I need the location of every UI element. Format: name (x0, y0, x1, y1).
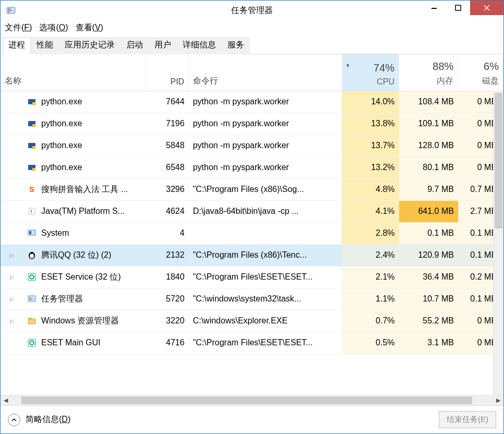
cell-name: python.exe (1, 113, 146, 135)
cell-mem: 0.1 MB (399, 222, 458, 244)
cell-mem: 3.1 MB (399, 332, 458, 354)
cell-cmd: "C:\windows\system32\task... (189, 288, 342, 310)
app-icon (6, 5, 16, 16)
svg-rect-4 (431, 8, 437, 9)
sort-desc-icon: ▾ (346, 62, 350, 69)
tabs: 进程 性能 应用历史记录 启动 用户 详细信息 服务 (1, 37, 503, 54)
svg-rect-1 (8, 8, 10, 9)
tab-details[interactable]: 详细信息 (177, 37, 222, 54)
cell-name: ▷Windows 资源管理器 (1, 310, 146, 332)
cell-cmd: python -m pyspark.worker (189, 91, 342, 113)
svg-point-21 (30, 254, 31, 255)
cell-mem: 36.4 MB (399, 266, 458, 288)
cell-cmd (189, 222, 342, 244)
process-table-wrap: 名称 PID 命令行 ▾ 74% CPU 88% 内存 6% 磁盘 (1, 54, 503, 405)
tab-users[interactable]: 用户 (149, 37, 177, 54)
process-icon (27, 97, 37, 107)
cell-name: System (1, 222, 146, 244)
tab-app-history[interactable]: 应用历史记录 (59, 37, 121, 54)
cell-pid: 6548 (146, 156, 188, 178)
cell-mem: 10.7 MB (399, 288, 458, 310)
cell-mem: 128.0 MB (399, 135, 458, 156)
cell-pid: 4 (146, 222, 188, 244)
svg-rect-25 (28, 296, 35, 302)
end-task-button[interactable]: 结束任务(E) (439, 411, 496, 428)
scrollbar-thumb[interactable] (495, 93, 502, 228)
col-header-name[interactable]: 名称 (1, 54, 146, 91)
table-row[interactable]: Java(TM) Platform S...4624D:\java8-64bit… (1, 200, 503, 222)
close-button[interactable] (470, 1, 503, 15)
expand-icon[interactable]: ▷ (10, 274, 14, 280)
col-header-pid[interactable]: PID (146, 54, 188, 91)
process-icon (27, 337, 37, 348)
table-row[interactable]: ▷ESET Service (32 位)1840"C:\Program File… (1, 266, 503, 288)
process-icon (27, 250, 37, 260)
cell-mem: 109.1 MB (399, 113, 458, 135)
cell-name: ▷腾讯QQ (32 位) (2) (1, 244, 146, 266)
table-row[interactable]: ▷任务管理器5720"C:\windows\system32\task...1.… (1, 288, 503, 310)
col-header-mem[interactable]: 88% 内存 (399, 54, 458, 91)
tab-processes[interactable]: 进程 (3, 37, 31, 54)
process-name: ESET Service (32 位) (41, 272, 121, 283)
tab-performance[interactable]: 性能 (31, 37, 59, 54)
menu-view[interactable]: 查看(V) (76, 22, 103, 33)
table-row[interactable]: python.exe6548python -m pyspark.worker13… (1, 156, 503, 178)
svg-rect-5 (455, 5, 461, 10)
process-icon (27, 316, 37, 326)
table-row[interactable]: python.exe7644python -m pyspark.worker14… (1, 91, 503, 113)
minimize-button[interactable] (422, 1, 446, 15)
process-name: 腾讯QQ (32 位) (2) (41, 250, 111, 261)
maximize-button[interactable] (446, 1, 470, 15)
cell-pid: 5720 (146, 288, 188, 310)
cell-name: Java(TM) Platform S... (1, 200, 146, 222)
table-row[interactable]: S搜狗拼音输入法 工具 ...3296"C:\Program Files (x8… (1, 178, 503, 200)
process-icon (27, 118, 37, 129)
vertical-scrollbar[interactable] (493, 92, 503, 395)
collapse-icon[interactable] (8, 414, 20, 426)
expand-icon[interactable]: ▷ (10, 252, 14, 258)
cell-cmd: "C:\Program Files\ESET\ESET... (189, 266, 342, 288)
table-row[interactable]: python.exe5848python -m pyspark.worker13… (1, 135, 503, 156)
table-row[interactable]: ▷Windows 资源管理器3220C:\windows\Explorer.EX… (1, 310, 503, 332)
table-row[interactable]: ESET Main GUI4716"C:\Program Files\ESET\… (1, 332, 503, 354)
table-row[interactable]: System42.8%0.1 MB0.1 MB/ (1, 222, 503, 244)
menu-options[interactable]: 选项(O) (39, 22, 68, 33)
svg-rect-2 (8, 10, 12, 11)
process-name: python.exe (41, 119, 82, 128)
menu-file[interactable]: 文件(F) (5, 22, 32, 33)
cell-cpu: 13.8% (342, 113, 399, 135)
cell-pid: 3220 (146, 310, 188, 332)
cell-pid: 4716 (146, 332, 188, 354)
svg-rect-3 (8, 11, 9, 13)
cell-cmd: D:\java8-64bit\bin\java -cp ... (189, 200, 342, 222)
scroll-left-icon[interactable]: ◀ (1, 395, 11, 406)
tab-startup[interactable]: 启动 (121, 37, 149, 54)
cell-name: python.exe (1, 91, 146, 113)
cell-name: ▷ESET Service (32 位) (1, 266, 146, 288)
fewer-details-link[interactable]: 简略信息(D) (26, 414, 70, 425)
process-icon (27, 228, 37, 238)
cell-cpu: 4.1% (342, 200, 399, 222)
cell-name: python.exe (1, 135, 146, 156)
cell-cmd: "C:\Program Files (x86)\Tenc... (189, 244, 342, 266)
cell-cmd: "C:\Program Files\ESET\ESET... (189, 332, 342, 354)
cell-name: python.exe (1, 156, 146, 178)
process-icon (27, 140, 37, 151)
col-header-disk[interactable]: 6% 磁盘 (458, 54, 503, 91)
horizontal-scrollbar[interactable]: ◀ ▶ (1, 395, 503, 405)
table-row[interactable]: ▷腾讯QQ (32 位) (2)2132"C:\Program Files (x… (1, 244, 503, 266)
scroll-right-icon[interactable]: ▶ (493, 395, 503, 406)
col-header-cmd[interactable]: 命令行 (189, 54, 342, 91)
process-table: 名称 PID 命令行 ▾ 74% CPU 88% 内存 6% 磁盘 (1, 54, 503, 354)
cell-mem: 108.4 MB (399, 91, 458, 113)
svg-point-22 (32, 254, 33, 255)
tab-services[interactable]: 服务 (222, 37, 250, 54)
expand-icon[interactable]: ▷ (10, 318, 14, 324)
cell-mem: 9.7 MB (399, 178, 458, 200)
h-scrollbar-thumb[interactable] (21, 396, 472, 404)
expand-icon[interactable]: ▷ (10, 296, 14, 302)
process-icon (27, 272, 37, 282)
col-header-cpu[interactable]: ▾ 74% CPU (342, 54, 399, 91)
process-name: python.exe (41, 141, 82, 150)
table-row[interactable]: python.exe7196python -m pyspark.worker13… (1, 113, 503, 135)
